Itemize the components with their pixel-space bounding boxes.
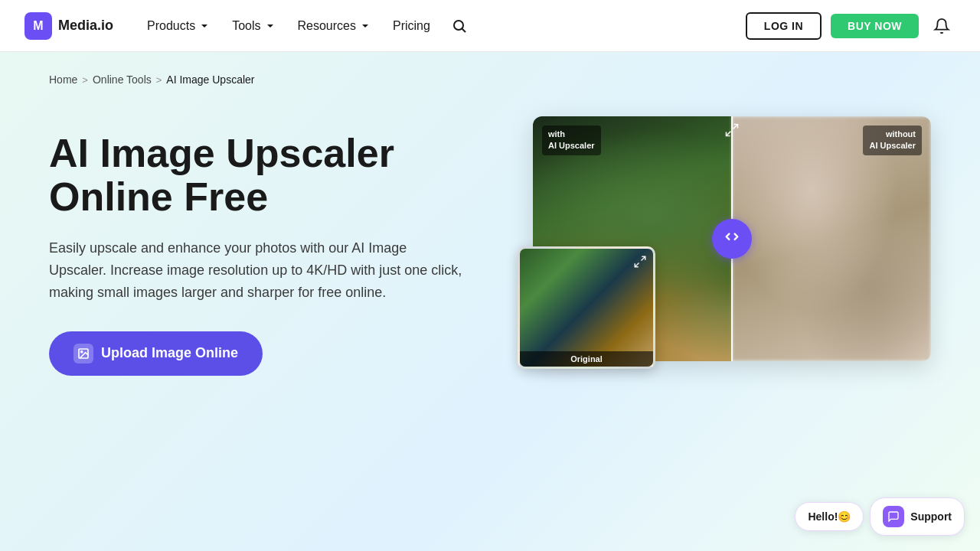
- nav-products[interactable]: Products: [138, 13, 220, 39]
- chevron-down-icon: [264, 20, 276, 32]
- image-comparison: with AI Upscaler without AI Upscaler: [533, 116, 931, 361]
- svg-line-7: [635, 263, 639, 267]
- hero-left: AI Image Upscaler Online Free Easily ups…: [49, 116, 502, 376]
- comparison-label-with: with AI Upscaler: [542, 126, 601, 155]
- comparison-label-without: without AI Upscaler: [863, 126, 922, 155]
- nav-links: Products Tools Resources Pricing: [138, 12, 746, 40]
- bell-icon: [933, 18, 950, 34]
- expand-icon: [633, 255, 647, 269]
- arrows-icon: [724, 230, 740, 247]
- svg-line-1: [462, 28, 466, 32]
- breadcrumb-current: AI Image Upscaler: [166, 73, 254, 86]
- logo[interactable]: M Media.io: [24, 12, 113, 40]
- expand-icon: [724, 122, 740, 138]
- chevron-down-icon: [198, 20, 211, 32]
- page-title: AI Image Upscaler Online Free: [49, 132, 502, 219]
- nav-actions: LOG IN BUY NOW: [746, 12, 956, 40]
- chevron-down-icon: [359, 20, 371, 32]
- svg-point-0: [454, 21, 463, 30]
- breadcrumb-online-tools[interactable]: Online Tools: [93, 73, 152, 86]
- login-button[interactable]: LOG IN: [746, 12, 822, 40]
- expand-thumb-icon[interactable]: [633, 255, 647, 272]
- chat-support-button[interactable]: Support: [870, 497, 965, 536]
- message-icon: [887, 510, 900, 523]
- svg-line-5: [726, 132, 730, 136]
- nav-resources[interactable]: Resources: [289, 13, 381, 39]
- svg-point-3: [81, 350, 83, 352]
- buy-button[interactable]: BUY NOW: [831, 14, 919, 38]
- hero-description: Easily upscale and enhance your photos w…: [49, 237, 462, 303]
- upload-button[interactable]: Upload Image Online: [49, 331, 263, 376]
- breadcrumb-sep2: >: [156, 74, 162, 86]
- original-label: Original: [520, 351, 653, 367]
- svg-line-6: [642, 256, 645, 260]
- chat-hello: Hello!😊: [795, 502, 864, 531]
- navigation: M Media.io Products Tools Resources Pric…: [0, 0, 980, 52]
- upload-icon-wrap: [74, 344, 93, 364]
- breadcrumb-home[interactable]: Home: [49, 73, 77, 86]
- logo-icon: M: [24, 12, 52, 40]
- chat-widget: Hello!😊 Support: [795, 497, 965, 536]
- logo-text: Media.io: [58, 18, 113, 34]
- upload-icon: [77, 347, 90, 360]
- svg-line-4: [733, 125, 737, 129]
- hero-section: AI Image Upscaler Online Free Easily ups…: [0, 86, 980, 376]
- chat-icon: [883, 506, 904, 527]
- nav-pricing[interactable]: Pricing: [384, 13, 439, 39]
- support-label: Support: [910, 510, 952, 523]
- nav-tools[interactable]: Tools: [223, 13, 285, 39]
- expand-top-icon[interactable]: [724, 122, 740, 141]
- original-thumbnail: Original: [518, 246, 655, 369]
- breadcrumb: Home > Online Tools > AI Image Upscaler: [0, 52, 980, 86]
- search-button[interactable]: [446, 12, 473, 40]
- main-content: Home > Online Tools > AI Image Upscaler …: [0, 52, 980, 551]
- notification-bell[interactable]: [928, 12, 956, 40]
- breadcrumb-sep1: >: [82, 74, 88, 86]
- search-icon: [452, 18, 467, 34]
- comparison-handle[interactable]: [712, 219, 752, 259]
